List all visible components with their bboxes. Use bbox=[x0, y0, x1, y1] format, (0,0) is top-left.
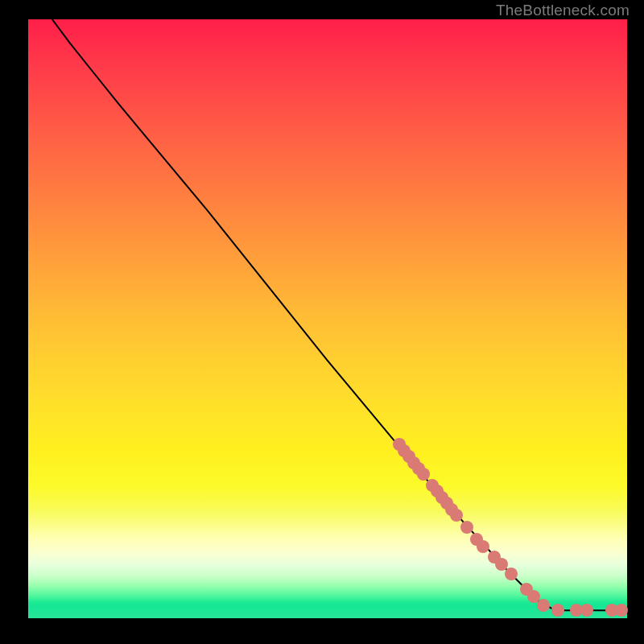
chart-stage: TheBottleneck.com bbox=[0, 0, 644, 644]
data-curve bbox=[52, 19, 627, 610]
curve-layer bbox=[28, 19, 627, 618]
plot-area bbox=[28, 19, 627, 618]
attribution-text: TheBottleneck.com bbox=[496, 2, 630, 19]
